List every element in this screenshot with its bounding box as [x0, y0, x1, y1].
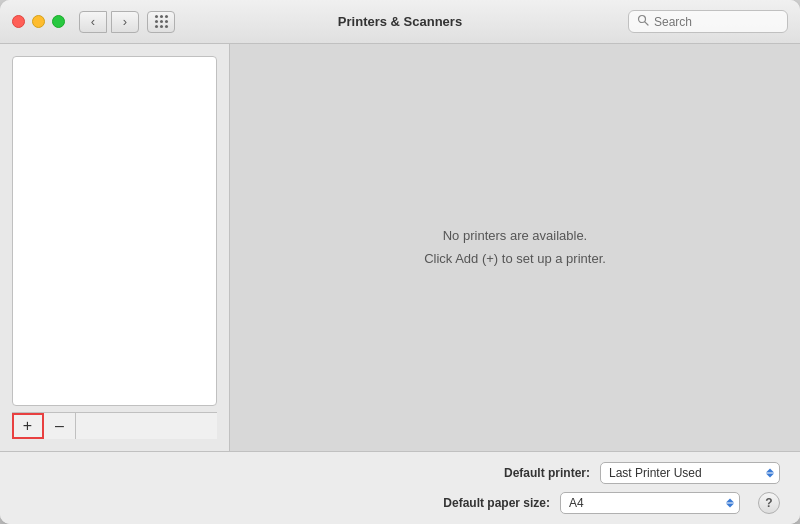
- svg-line-1: [645, 22, 648, 25]
- right-panel: No printers are available. Click Add (+)…: [230, 44, 800, 451]
- empty-message: No printers are available. Click Add (+)…: [424, 225, 606, 269]
- nav-buttons: ‹ ›: [79, 11, 139, 33]
- help-button[interactable]: ?: [758, 492, 780, 514]
- default-paper-select[interactable]: A4: [560, 492, 740, 514]
- default-printer-select[interactable]: Last Printer Used: [600, 462, 780, 484]
- back-button[interactable]: ‹: [79, 11, 107, 33]
- default-printer-label: Default printer:: [460, 466, 590, 480]
- default-printer-select-wrapper: Last Printer Used: [600, 462, 780, 484]
- empty-line1: No printers are available.: [424, 225, 606, 247]
- maximize-button[interactable]: [52, 15, 65, 28]
- forward-button[interactable]: ›: [111, 11, 139, 33]
- left-panel: + –: [0, 44, 230, 451]
- close-button[interactable]: [12, 15, 25, 28]
- search-box[interactable]: [628, 10, 788, 33]
- bottom-bar: Default printer: Last Printer Used Defau…: [0, 451, 800, 524]
- search-input[interactable]: [654, 15, 779, 29]
- window-title: Printers & Scanners: [338, 14, 462, 29]
- empty-line2: Click Add (+) to set up a printer.: [424, 248, 606, 270]
- default-paper-select-wrapper: A4: [560, 492, 740, 514]
- main-window: ‹ › Printers & Scanners: [0, 0, 800, 524]
- content-area: + – No printers are available. Click Add…: [0, 44, 800, 451]
- default-paper-row: Default paper size: A4 ?: [20, 492, 780, 514]
- grid-icon: [155, 15, 168, 28]
- chevron-right-icon: ›: [123, 14, 127, 29]
- titlebar: ‹ › Printers & Scanners: [0, 0, 800, 44]
- chevron-left-icon: ‹: [91, 14, 95, 29]
- search-icon: [637, 14, 649, 29]
- default-printer-row: Default printer: Last Printer Used: [20, 462, 780, 484]
- list-toolbar: + –: [12, 412, 217, 439]
- minimize-button[interactable]: [32, 15, 45, 28]
- grid-view-button[interactable]: [147, 11, 175, 33]
- add-printer-button[interactable]: +: [12, 413, 44, 439]
- remove-printer-button[interactable]: –: [44, 413, 76, 439]
- printer-list: [12, 56, 217, 406]
- traffic-lights: [12, 15, 65, 28]
- default-paper-label: Default paper size:: [420, 496, 550, 510]
